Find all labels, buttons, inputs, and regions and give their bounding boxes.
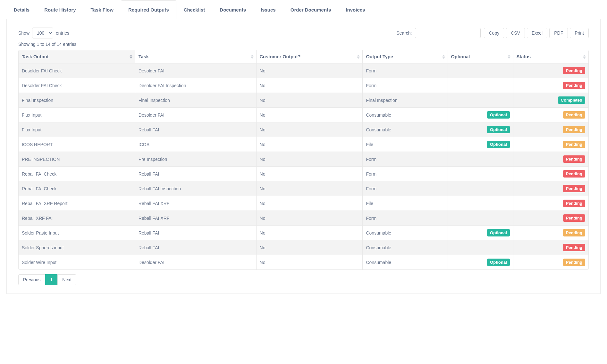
table-row: ICOS REPORTICOSNoFileOptionalPending xyxy=(19,137,588,152)
cell-optional xyxy=(448,181,513,196)
status-badge: Pending xyxy=(563,229,585,236)
table-row: Desolder FAI CheckDesolder FAI Inspectio… xyxy=(19,78,588,93)
tab-route-history[interactable]: Route History xyxy=(37,0,83,19)
col-task[interactable]: Task xyxy=(135,50,257,63)
cell-optional: Optional xyxy=(448,255,513,269)
cell-customer-output: No xyxy=(257,137,363,152)
cell-status: Pending xyxy=(513,122,588,137)
cell-task-output: Solder Paste Input xyxy=(19,226,135,240)
col-output-type[interactable]: Output Type xyxy=(363,50,448,63)
cell-status: Pending xyxy=(513,137,588,152)
cell-task-output: Flux Input xyxy=(19,122,135,137)
pdf-button[interactable]: PDF xyxy=(549,28,568,38)
cell-customer-output: No xyxy=(257,255,363,269)
col-task-output[interactable]: Task Output xyxy=(19,50,135,63)
sort-icon xyxy=(251,55,254,59)
page-next[interactable]: Next xyxy=(57,274,76,285)
cell-optional xyxy=(448,63,513,78)
cell-status: Pending xyxy=(513,152,588,167)
copy-button[interactable]: Copy xyxy=(484,28,504,38)
excel-button[interactable]: Excel xyxy=(527,28,547,38)
cell-task-output: ICOS REPORT xyxy=(19,137,135,152)
csv-button[interactable]: CSV xyxy=(506,28,525,38)
cell-output-type: File xyxy=(363,196,448,211)
status-badge: Pending xyxy=(563,126,585,133)
cell-customer-output: No xyxy=(257,167,363,181)
tab-required-outputs[interactable]: Required Outputs xyxy=(121,0,176,19)
status-badge: Pending xyxy=(563,141,585,148)
cell-customer-output: No xyxy=(257,63,363,78)
col-optional[interactable]: Optional xyxy=(448,50,513,63)
cell-output-type: Form xyxy=(363,211,448,226)
status-badge: Pending xyxy=(563,244,585,251)
print-button[interactable]: Print xyxy=(570,28,589,38)
cell-optional xyxy=(448,211,513,226)
cell-task: Reball FAI XRF xyxy=(135,211,257,226)
table-row: Flux InputReball FAINoConsumableOptional… xyxy=(19,122,588,137)
cell-optional xyxy=(448,196,513,211)
cell-task: Desolder FAI xyxy=(135,255,257,269)
cell-customer-output: No xyxy=(257,122,363,137)
table-row: Reball FAI XRF ReportReball FAI XRFNoFil… xyxy=(19,196,588,211)
search-input[interactable] xyxy=(415,28,481,38)
tab-checklist[interactable]: Checklist xyxy=(176,0,213,19)
table-row: Solder Paste InputReball FAINoConsumable… xyxy=(19,226,588,240)
col-label: Output Type xyxy=(366,54,393,59)
cell-optional xyxy=(448,167,513,181)
col-label: Task Output xyxy=(22,54,49,59)
cell-output-type: File xyxy=(363,137,448,152)
cell-output-type: Consumable xyxy=(363,255,448,269)
cell-task: Desolder FAI xyxy=(135,108,257,122)
cell-customer-output: No xyxy=(257,181,363,196)
col-customer-output-[interactable]: Customer Output? xyxy=(257,50,363,63)
cell-task: Reball FAI xyxy=(135,240,257,255)
search-label: Search: xyxy=(396,30,412,36)
entries-control: Show 100 entries xyxy=(18,28,69,38)
cell-customer-output: No xyxy=(257,108,363,122)
cell-output-type: Form xyxy=(363,78,448,93)
tab-documents[interactable]: Documents xyxy=(212,0,253,19)
cell-optional xyxy=(448,78,513,93)
optional-badge: Optional xyxy=(487,259,510,266)
cell-task-output: PRE INSPECTION xyxy=(19,152,135,167)
table-row: Reball XRF FAIReball FAI XRFNoFormPendin… xyxy=(19,211,588,226)
tab-invoices[interactable]: Invoices xyxy=(338,0,372,19)
cell-status: Pending xyxy=(513,196,588,211)
sort-icon xyxy=(583,55,586,59)
status-badge: Pending xyxy=(563,214,585,222)
table-row: Flux InputDesolder FAINoConsumableOption… xyxy=(19,108,588,122)
cell-task: Desolder FAI Inspection xyxy=(135,78,257,93)
cell-optional xyxy=(448,152,513,167)
cell-task: Reball FAI Inspection xyxy=(135,181,257,196)
table-row: Solder Wire InputDesolder FAINoConsumabl… xyxy=(19,255,588,269)
outputs-table: Task OutputTaskCustomer Output?Output Ty… xyxy=(18,50,589,270)
cell-customer-output: No xyxy=(257,196,363,211)
page-1[interactable]: 1 xyxy=(45,274,57,285)
cell-customer-output: No xyxy=(257,78,363,93)
cell-task-output: Desolder FAI Check xyxy=(19,63,135,78)
page-prev[interactable]: Previous xyxy=(18,274,45,285)
cell-customer-output: No xyxy=(257,226,363,240)
cell-optional: Optional xyxy=(448,108,513,122)
cell-output-type: Form xyxy=(363,181,448,196)
cell-output-type: Form xyxy=(363,167,448,181)
controls-right: Search: CopyCSVExcelPDFPrint xyxy=(396,28,589,38)
cell-task: Reball FAI XRF xyxy=(135,196,257,211)
cell-task-output: Reball FAI XRF Report xyxy=(19,196,135,211)
entries-select[interactable]: 100 xyxy=(32,28,53,38)
cell-task-output: Reball FAI Check xyxy=(19,167,135,181)
optional-badge: Optional xyxy=(487,141,510,148)
cell-output-type: Form xyxy=(363,63,448,78)
tab-issues[interactable]: Issues xyxy=(253,0,283,19)
cell-task-output: Reball XRF FAI xyxy=(19,211,135,226)
cell-task: Desolder FAI xyxy=(135,63,257,78)
tab-details[interactable]: Details xyxy=(6,0,37,19)
cell-output-type: Consumable xyxy=(363,108,448,122)
tab-task-flow[interactable]: Task Flow xyxy=(83,0,121,19)
col-status[interactable]: Status xyxy=(513,50,588,63)
optional-badge: Optional xyxy=(487,111,510,119)
table-row: Desolder FAI CheckDesolder FAINoFormPend… xyxy=(19,63,588,78)
tab-order-documents[interactable]: Order Documents xyxy=(283,0,339,19)
cell-task-output: Flux Input xyxy=(19,108,135,122)
cell-output-type: Consumable xyxy=(363,122,448,137)
